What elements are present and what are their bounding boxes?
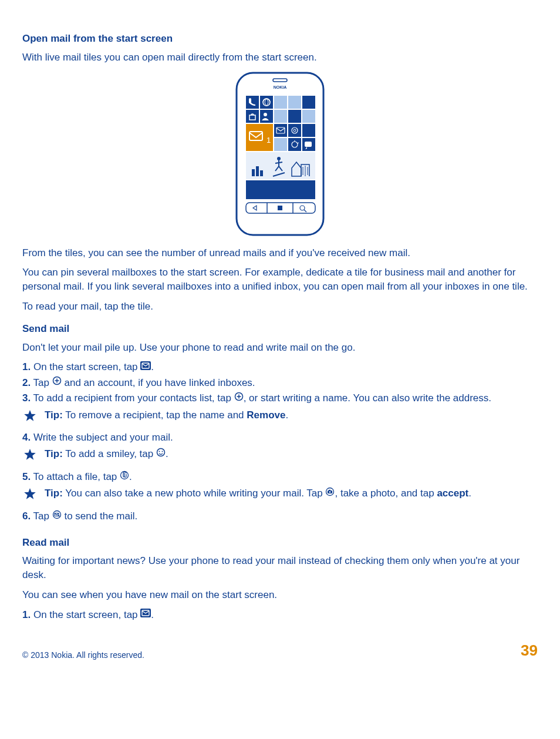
tip-text: Tip: You can also take a new photo while… <box>45 486 538 500</box>
tip-text: Tip: To add a smiley, tap . <box>45 447 538 461</box>
step-text: To add a recipient from your contacts li… <box>31 392 234 404</box>
text: To add a smiley, tap <box>63 448 156 459</box>
step-2: 2. Tap and an account, if you have linke… <box>22 376 538 390</box>
svg-rect-7 <box>288 96 301 109</box>
step-text: . <box>151 361 154 372</box>
heading-send-mail: Send mail <box>22 322 538 336</box>
attach-icon <box>120 470 129 484</box>
text: . <box>166 448 168 459</box>
step-1: 1. On the start screen, tap . <box>22 360 538 374</box>
step-number: 1. <box>22 361 31 372</box>
camera-icon <box>325 486 335 500</box>
svg-rect-30 <box>305 142 312 147</box>
tip: Tip: You can also take a new photo while… <box>22 486 538 505</box>
svg-rect-22 <box>302 124 315 137</box>
step-text: Write the subject and your mail. <box>31 432 173 443</box>
mail-tile-icon <box>140 607 151 622</box>
text: . <box>285 409 288 421</box>
step-number: 2. <box>22 377 31 388</box>
svg-point-55 <box>161 451 163 452</box>
svg-rect-21 <box>288 124 301 137</box>
star-icon <box>23 448 36 465</box>
step-5: 5. To attach a file, tap . <box>22 470 538 484</box>
step-text: , or start writing a name. You can also … <box>244 392 491 404</box>
paragraph: Don't let your mail pile up. Use your ph… <box>22 341 538 355</box>
text-bold: accept <box>437 488 468 499</box>
svg-rect-11 <box>260 110 273 123</box>
paragraph: Waiting for important news? Use your pho… <box>22 554 538 582</box>
step-text: Tap <box>31 510 52 522</box>
paragraph: To read your mail, tap the tile. <box>22 300 538 314</box>
svg-rect-4 <box>246 96 259 109</box>
svg-rect-13 <box>288 110 301 123</box>
paragraph: From the tiles, you can see the number o… <box>22 246 538 260</box>
svg-rect-8 <box>302 96 315 109</box>
step-number: 3. <box>22 392 31 404</box>
svg-rect-27 <box>288 138 301 151</box>
step-text: On the start screen, tap <box>31 609 140 620</box>
svg-rect-6 <box>274 96 287 109</box>
step-number: 5. <box>22 471 31 482</box>
step-number: 6. <box>22 510 31 522</box>
step-text: To attach a file, tap <box>31 471 120 482</box>
step-text: to send the mail. <box>62 510 137 522</box>
copyright-text: © 2013 Nokia. All rights reserved. <box>22 650 144 661</box>
page-footer: © 2013 Nokia. All rights reserved. 39 <box>22 640 538 661</box>
svg-text:NOKIA: NOKIA <box>274 85 287 89</box>
svg-rect-42 <box>278 206 282 210</box>
text: , take a photo, and tap <box>335 488 437 499</box>
step-3: 3. To add a recipient from your contacts… <box>22 391 538 405</box>
svg-rect-34 <box>256 166 259 176</box>
paragraph: You can pin several mailboxes to the sta… <box>22 266 538 294</box>
smiley-icon <box>156 447 166 461</box>
step-text: On the start screen, tap <box>31 361 140 372</box>
send-icon <box>52 509 62 523</box>
svg-rect-26 <box>274 138 287 151</box>
tip: Tip: To add a smiley, tap . <box>22 447 538 465</box>
svg-text:1: 1 <box>266 136 271 145</box>
svg-rect-14 <box>302 110 315 123</box>
svg-rect-59 <box>329 490 330 491</box>
svg-point-60 <box>329 491 331 493</box>
svg-rect-33 <box>252 169 255 176</box>
svg-rect-20 <box>274 124 287 137</box>
step-4: 4. Write the subject and your mail. <box>22 431 538 445</box>
star-icon <box>23 409 36 426</box>
svg-rect-5 <box>260 96 273 109</box>
tip-label: Tip: <box>45 409 63 421</box>
text-bold: Remove <box>247 409 285 421</box>
text: . <box>468 488 471 499</box>
tip-text: Tip: To remove a recipient, tap the name… <box>45 408 538 422</box>
tip-label: Tip: <box>45 448 63 459</box>
paragraph: With live mail tiles you can open mail d… <box>22 51 538 65</box>
svg-point-54 <box>158 451 160 452</box>
svg-rect-38 <box>246 180 315 199</box>
paragraph: You can see when you have new mail on th… <box>22 588 538 602</box>
text: You can also take a new photo while writ… <box>63 488 326 499</box>
plus-circle-icon <box>52 375 62 389</box>
svg-rect-12 <box>274 110 287 123</box>
page-number: 39 <box>521 640 538 661</box>
tip: Tip: To remove a recipient, tap the name… <box>22 408 538 426</box>
step-text: . <box>151 609 154 620</box>
svg-rect-35 <box>260 170 263 176</box>
svg-rect-10 <box>246 110 259 123</box>
heading-open-mail: Open mail from the start screen <box>22 32 538 46</box>
step-text: and an account, if you have linked inbox… <box>62 377 255 388</box>
mail-tile-icon <box>140 360 151 374</box>
step-text: Tap <box>31 377 52 388</box>
svg-point-36 <box>277 157 281 160</box>
star-icon <box>23 488 36 505</box>
step-6: 6. Tap to send the mail. <box>22 509 538 523</box>
svg-point-53 <box>157 448 164 456</box>
phone-illustration: NOKIA 1 <box>22 70 538 238</box>
heading-read-mail: Read mail <box>22 536 538 550</box>
step-number: 4. <box>22 432 31 443</box>
tip-label: Tip: <box>45 488 63 499</box>
step-1: 1. On the start screen, tap . <box>22 608 538 622</box>
text: To remove a recipient, tap the name and <box>63 409 247 421</box>
step-number: 1. <box>22 609 31 620</box>
plus-circle-icon <box>234 391 244 405</box>
step-text: . <box>129 471 132 482</box>
svg-point-16 <box>264 113 267 116</box>
